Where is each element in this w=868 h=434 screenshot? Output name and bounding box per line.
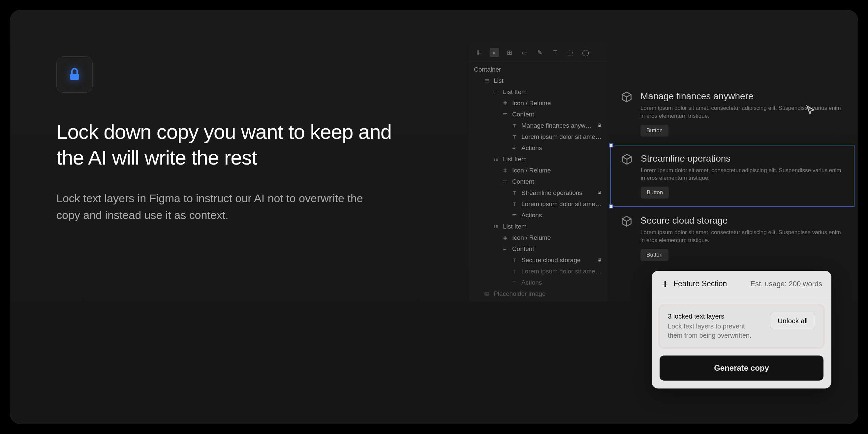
layer-row[interactable]: List Item [469, 154, 607, 165]
canvas-preview: Manage finances anywhereLorem ipsum dolo… [611, 83, 855, 269]
bars-icon [492, 224, 500, 229]
list-icon [483, 78, 490, 84]
layer-row[interactable]: List [469, 75, 607, 86]
preview-item[interactable]: Streamline operationsLorem ipsum dolor s… [611, 145, 855, 208]
layer-row[interactable]: Streamline operations [469, 187, 607, 198]
feature-card: Lock down copy you want to keep and the … [10, 10, 858, 424]
cube-icon [621, 91, 632, 103]
locked-desc: Lock text layers to prevent them from be… [668, 321, 753, 340]
layer-label: Content [512, 178, 534, 185]
lock-icon [597, 189, 602, 196]
layer-row[interactable]: Content [469, 109, 607, 120]
svg-rect-23 [598, 192, 601, 194]
layer-label: Lorem ipsum dolor sit amet, conse... [521, 268, 602, 275]
svg-rect-12 [598, 125, 601, 127]
unlock-all-button[interactable]: Unlock all [770, 313, 815, 329]
layer-label: List Item [503, 156, 527, 163]
layer-row[interactable]: Icon / Relume [469, 98, 607, 109]
lock-icon [597, 256, 602, 264]
layer-label: List Item [503, 88, 527, 96]
lines-icon [511, 146, 518, 151]
layer-label: Placeholder image [494, 290, 546, 298]
layer-container[interactable]: Container [469, 64, 607, 75]
preview-desc: Lorem ipsum dolor sit amet, consectetur … [641, 228, 844, 244]
lock-icon [67, 67, 83, 83]
layer-label: Lorem ipsum dolor sit amet, conse... [521, 200, 602, 208]
tool-move-icon[interactable]: ▸ [490, 48, 499, 57]
locked-layers-card: 3 locked text layers Lock text layers to… [659, 305, 824, 348]
layer-label: Secure cloud storage [521, 256, 581, 264]
lines-icon [511, 213, 518, 218]
hash-icon [502, 235, 509, 240]
svg-rect-34 [598, 259, 601, 261]
tool-text-icon[interactable]: T [550, 48, 560, 57]
lines-icon [502, 179, 509, 184]
tool-frame-icon[interactable]: ⊞ [505, 48, 514, 57]
text-icon [511, 202, 518, 207]
layer-tree: Container ListList ItemIcon / RelumeCont… [469, 62, 607, 302]
hash-icon [502, 168, 509, 173]
preview-title: Streamline operations [641, 153, 844, 164]
layer-row[interactable]: Content [469, 176, 607, 187]
layer-row[interactable]: List Item [469, 86, 607, 98]
preview-button[interactable]: Button [641, 125, 669, 136]
layer-row[interactable]: Manage finances anywhere [469, 120, 607, 131]
layer-label: Streamline operations [521, 189, 582, 196]
preview-button[interactable]: Button [641, 187, 669, 198]
preview-button[interactable]: Button [641, 249, 669, 261]
popup-usage: Est. usage: 200 words [750, 280, 822, 288]
layer-row[interactable]: Actions [469, 143, 607, 154]
text-icon [511, 257, 518, 263]
layer-row[interactable]: Content [469, 243, 607, 255]
layer-row[interactable]: Placeholder image [469, 288, 607, 300]
hash-icon [661, 280, 669, 288]
bars-icon [492, 89, 500, 95]
layer-row[interactable]: Actions [469, 210, 607, 221]
lock-icon [597, 122, 602, 129]
layer-label: Icon / Relume [512, 100, 551, 107]
popup-title: Feature Section [674, 279, 727, 288]
layer-label: Icon / Relume [512, 234, 551, 241]
layers-panel: ⊫ ▸ ⊞ ▭ ✎ T ⬚ ◯ Container ListList ItemI… [469, 43, 607, 302]
preview-item[interactable]: Manage finances anywhereLorem ipsum dolo… [611, 83, 855, 145]
tool-rect-icon[interactable]: ▭ [520, 48, 529, 57]
lines-icon [502, 112, 509, 117]
layer-row[interactable]: Lorem ipsum dolor sit amet, conse... [469, 131, 607, 143]
layer-row[interactable]: Icon / Relume [469, 232, 607, 243]
selection-handle[interactable] [609, 144, 613, 147]
hero-subheading: Lock text layers in Figma to instruct ou… [56, 190, 373, 224]
layer-label: Actions [521, 212, 542, 219]
layer-row[interactable]: Actions [469, 277, 607, 288]
hash-icon [502, 101, 509, 106]
preview-title: Manage finances anywhere [641, 91, 844, 101]
text-icon [511, 123, 518, 128]
tool-pen-icon[interactable]: ✎ [535, 48, 545, 57]
cube-icon [621, 153, 633, 165]
hero-heading: Lock down copy you want to keep and the … [56, 119, 419, 170]
layer-row[interactable]: Lorem ipsum dolor sit amet, conse... [469, 198, 607, 210]
lock-badge [56, 56, 93, 93]
hero-content: Lock down copy you want to keep and the … [10, 10, 434, 424]
layer-label: Icon / Relume [512, 167, 551, 174]
lines-icon [502, 246, 509, 252]
generate-copy-button[interactable]: Generate copy [659, 355, 824, 380]
layer-label: Actions [521, 279, 542, 286]
selection-handle[interactable] [609, 205, 613, 209]
layer-label: List Item [503, 223, 527, 230]
layer-row[interactable]: Lorem ipsum dolor sit amet, conse... [469, 266, 607, 277]
tool-component-icon[interactable]: ⬚ [566, 48, 575, 57]
tool-comment-icon[interactable]: ◯ [581, 48, 590, 57]
layer-label: Manage finances anywhere [521, 122, 594, 129]
bars-icon [492, 157, 500, 162]
layer-row[interactable]: List Item [469, 221, 607, 232]
figma-toolbar: ⊫ ▸ ⊞ ▭ ✎ T ⬚ ◯ [469, 43, 607, 62]
layer-row[interactable]: Secure cloud storage [469, 255, 607, 266]
cursor-icon [805, 104, 817, 116]
layer-label: Content [512, 245, 534, 253]
figma-mockup: ⊫ ▸ ⊞ ▭ ✎ T ⬚ ◯ Container ListList ItemI… [469, 43, 858, 406]
preview-item[interactable]: Secure cloud storageLorem ipsum dolor si… [611, 207, 855, 269]
layer-row[interactable]: Icon / Relume [469, 165, 607, 176]
tool-align-icon[interactable]: ⊫ [474, 48, 484, 57]
layer-label: Actions [521, 145, 542, 152]
locked-count: 3 locked text layers [668, 313, 753, 320]
